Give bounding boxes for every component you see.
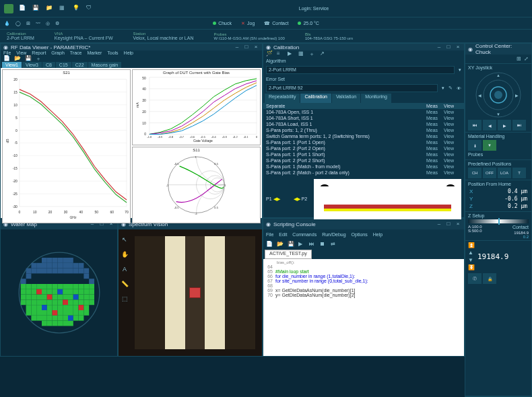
z-lock-button[interactable]: 🔒 bbox=[483, 273, 496, 284]
code-editor[interactable]: bias_off(): 6465#Main loop start66for di… bbox=[263, 259, 464, 356]
cal-standard-item[interactable]: S-Para port: 2 (Port 2 Short)MeasView bbox=[263, 157, 464, 164]
hand-icon[interactable]: ✋ bbox=[120, 251, 129, 260]
menu-file[interactable]: File bbox=[3, 50, 11, 55]
predef-loa-button[interactable]: LOA bbox=[498, 168, 511, 178]
minimize-button[interactable]: – bbox=[234, 44, 240, 50]
menu-options[interactable]: Options bbox=[352, 232, 368, 237]
chevron-down-icon[interactable]: ▾ bbox=[459, 67, 461, 73]
save-icon[interactable]: 💾 bbox=[25, 55, 32, 62]
stop-icon[interactable]: ⏹ bbox=[320, 241, 327, 248]
menu-edit[interactable]: Edit bbox=[279, 232, 287, 237]
chevron-down-icon[interactable]: ▾ bbox=[442, 85, 444, 91]
cal-standard-item[interactable]: S-Para port: 1 (Match - from model)MeasV… bbox=[263, 164, 464, 170]
menu-marker[interactable]: Marker bbox=[87, 50, 102, 55]
menu-help[interactable]: Help bbox=[124, 50, 133, 55]
toggle-icon[interactable]: ⇄ bbox=[331, 241, 337, 248]
wizard-icon[interactable]: 🪄 bbox=[266, 50, 273, 57]
subtab-calibration[interactable]: Calibration bbox=[300, 94, 331, 103]
load-button[interactable]: ⬇ bbox=[468, 140, 481, 151]
crop-icon[interactable]: ⬚ bbox=[120, 295, 129, 305]
file-icon[interactable]: 📄 bbox=[19, 5, 27, 13]
predef-t-button[interactable]: T bbox=[512, 168, 526, 178]
cal-standard-item[interactable]: S-Para port: 1 (Port 1 Open)MeasView bbox=[263, 139, 464, 145]
z-up-icon[interactable]: ▲ bbox=[468, 250, 475, 256]
unload-button[interactable]: ▼ bbox=[483, 140, 496, 151]
close-button[interactable]: × bbox=[455, 221, 461, 227]
cal-standard-item[interactable]: 104-783A Load, ISS 1MeasView bbox=[263, 121, 464, 127]
tab-c22[interactable]: C22 bbox=[72, 62, 88, 68]
edit-icon[interactable]: ✎ bbox=[448, 85, 453, 91]
predef-ch-button[interactable]: CH bbox=[468, 168, 481, 178]
list-icon[interactable]: ≡ bbox=[277, 50, 284, 57]
script-tab[interactable]: ACTIVE_TEST.py bbox=[265, 250, 312, 259]
menu-graph[interactable]: Graph bbox=[51, 50, 64, 55]
xy-joystick[interactable]: ▲ ▼ ◀ ▶ bbox=[475, 71, 522, 118]
cal-standard-item[interactable]: S-Para port: 2 (Port 2 Open)MeasView bbox=[263, 145, 464, 151]
export-icon[interactable]: ↗ bbox=[320, 50, 327, 57]
step-fwd-button[interactable]: ▶ bbox=[498, 120, 511, 131]
z-down-icon[interactable]: ▼ bbox=[468, 257, 475, 263]
step-prev-button[interactable]: ⏮ bbox=[468, 120, 481, 131]
new-icon[interactable]: 📄 bbox=[266, 241, 273, 248]
wave-icon[interactable]: 〰 bbox=[36, 21, 40, 26]
menu-report[interactable]: Report bbox=[32, 50, 46, 55]
menu-help[interactable]: Help bbox=[373, 232, 383, 237]
tab-c8[interactable]: C8 bbox=[42, 62, 55, 68]
min-button[interactable]: – bbox=[436, 221, 442, 227]
save-icon[interactable]: 💾 bbox=[32, 5, 40, 13]
ruler-icon[interactable]: 📏 bbox=[120, 281, 129, 290]
wafer-map-canvas[interactable] bbox=[1, 229, 117, 356]
close-button[interactable]: × bbox=[253, 44, 259, 50]
tab-masons-gain[interactable]: Masons gain bbox=[88, 62, 122, 68]
errset-select[interactable]: 2-Port LRRM 92 bbox=[266, 84, 438, 92]
z-down-fast-icon[interactable]: ⏬ bbox=[468, 264, 475, 270]
z-up-fast-icon[interactable]: ⏫ bbox=[468, 242, 475, 248]
cal-standard-item[interactable]: S-Para ports: 1, 2 (Thru)MeasView bbox=[263, 127, 464, 133]
folder-icon[interactable]: 📁 bbox=[46, 5, 54, 13]
run-icon[interactable]: ▶ bbox=[298, 241, 305, 248]
min-button[interactable]: – bbox=[436, 44, 442, 50]
open-icon[interactable]: 📂 bbox=[277, 241, 284, 248]
menu-trace[interactable]: Trace bbox=[70, 50, 82, 55]
circle-icon[interactable]: ◯ bbox=[15, 21, 21, 26]
settings-icon[interactable]: ⚙ bbox=[55, 21, 59, 26]
eye-icon[interactable]: 👁 bbox=[457, 86, 461, 91]
open-icon[interactable]: 📂 bbox=[14, 55, 21, 62]
bulb-icon[interactable]: 💡 bbox=[73, 5, 81, 13]
algo-select[interactable]: 2-Port LRRM bbox=[266, 66, 455, 74]
pointer-icon[interactable]: ↖ bbox=[120, 236, 129, 246]
expand-icon[interactable]: ⤢ bbox=[524, 56, 529, 62]
predef-off-button[interactable]: OFF bbox=[483, 168, 496, 178]
cal-standard-item[interactable]: S-Para port: 1 (Port 1 Short)MeasView bbox=[263, 151, 464, 157]
tab-view1[interactable]: View1 bbox=[2, 62, 22, 68]
layers-icon[interactable]: ▦ bbox=[59, 5, 67, 13]
target-icon[interactable]: ◎ bbox=[46, 21, 50, 26]
plus-icon[interactable]: ＋ bbox=[36, 55, 42, 62]
subtab-validation[interactable]: Validation bbox=[332, 94, 360, 103]
menu-commands[interactable]: Commands bbox=[292, 232, 317, 237]
max-button[interactable]: □ bbox=[445, 221, 452, 227]
close-button[interactable]: × bbox=[455, 44, 461, 50]
menu-run-debug[interactable]: Run/Debug bbox=[322, 232, 345, 237]
subtab-repeatability[interactable]: Repeatability bbox=[265, 94, 300, 103]
step-back-button[interactable]: ◀ bbox=[483, 120, 496, 131]
table-icon[interactable]: ▦ bbox=[298, 50, 305, 57]
cal-standard-item[interactable]: 104-783A Short, ISS 1MeasView bbox=[263, 115, 464, 121]
step-next-button[interactable]: ⏭ bbox=[512, 120, 526, 131]
cal-standard-item[interactable]: S-Para port: 2 (Match - port 2 data only… bbox=[263, 170, 464, 176]
shield-icon[interactable]: 🛡 bbox=[86, 5, 94, 13]
menu-view[interactable]: View bbox=[16, 50, 26, 55]
tab-c15[interactable]: C15 bbox=[56, 62, 71, 68]
drop-icon[interactable]: 💧 bbox=[4, 21, 10, 26]
subtab-monitoring[interactable]: Monitoring bbox=[361, 94, 391, 103]
tab-view3[interactable]: View3 bbox=[22, 62, 42, 68]
menu-file[interactable]: File bbox=[266, 232, 273, 237]
new-icon[interactable]: 📄 bbox=[3, 55, 10, 62]
spectrum-canvas[interactable]: ↖ ✋ A 📏 ⬚ bbox=[119, 229, 262, 356]
cal-standard-item[interactable]: 104-783A Open, ISS 1MeasView bbox=[263, 109, 464, 115]
play-icon[interactable]: ▶ bbox=[288, 50, 294, 57]
text-icon[interactable]: A bbox=[120, 266, 129, 275]
save-icon[interactable]: 💾 bbox=[288, 241, 294, 248]
z-mode-button[interactable]: Ⓩ bbox=[468, 273, 481, 284]
plus-icon[interactable]: ＋ bbox=[309, 50, 316, 57]
